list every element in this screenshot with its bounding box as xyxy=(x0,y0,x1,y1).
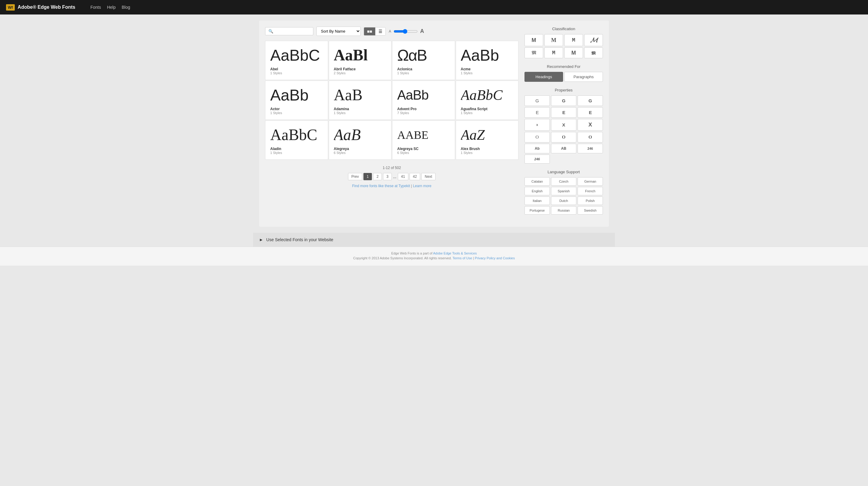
prop-btn-o-low[interactable]: O xyxy=(525,132,550,142)
class-btn-blackletter[interactable]: 𝔐 xyxy=(525,48,543,58)
lang-polish[interactable]: Polish xyxy=(578,197,603,205)
expand-icon: ► xyxy=(259,237,263,242)
prop-btn-g-bold[interactable]: G xyxy=(578,95,603,106)
lang-czech[interactable]: Czech xyxy=(551,177,576,185)
prop-btn-g-normal[interactable]: G xyxy=(551,95,576,106)
classification-section: Classification M M M 𝓜 𝔐 M M 𝕸 xyxy=(525,27,603,58)
class-btn-slab[interactable]: M xyxy=(564,34,583,46)
page-42-button[interactable]: 42 xyxy=(409,173,420,180)
lang-french[interactable]: French xyxy=(578,187,603,195)
font-preview: AaB xyxy=(334,86,386,105)
lang-english[interactable]: English xyxy=(525,187,550,195)
font-name: Abel xyxy=(270,67,323,71)
lang-catalan[interactable]: Catalan xyxy=(525,177,550,185)
font-card-alexbrush[interactable]: AaZ Alex Brush 1 Styles xyxy=(456,120,519,160)
page-1-button[interactable]: 1 xyxy=(364,173,372,180)
use-fonts-bar[interactable]: ► Use Selected Fonts in your Website xyxy=(253,233,615,247)
font-styles: 1 Styles xyxy=(397,71,450,75)
prop-btn-x-small[interactable]: x xyxy=(525,119,550,131)
font-name: Aclonica xyxy=(397,67,450,71)
main-wrapper: 🔍 Sort By Name Sort By Popularity ■■ ☰ A… xyxy=(253,15,615,233)
lang-swedish[interactable]: Swedish xyxy=(578,206,603,215)
prop-btn-all-caps[interactable]: AB xyxy=(551,144,576,153)
font-preview: AaBbC xyxy=(270,46,323,65)
nav-blog[interactable]: Blog xyxy=(122,5,130,10)
list-view-button[interactable]: ☰ xyxy=(375,27,385,35)
size-slider[interactable] xyxy=(394,29,418,34)
lang-spanish[interactable]: Spanish xyxy=(551,187,576,195)
properties-section: Properties G G G E E E x X X O O O Ab AB xyxy=(525,88,603,164)
prop-btn-num1[interactable]: 246 xyxy=(578,144,603,153)
grid-view-button[interactable]: ■■ xyxy=(364,27,375,35)
font-name: Alegreya xyxy=(334,147,386,151)
prop-btn-g-light[interactable]: G xyxy=(525,95,550,106)
terms-link[interactable]: Terms of Use xyxy=(453,256,472,260)
font-preview: AaZ xyxy=(461,125,514,144)
adobe-edge-link[interactable]: Adobe Edge Tools & Services xyxy=(433,252,477,255)
font-card-aladin[interactable]: AaBbC Aladin 1 Styles xyxy=(265,120,328,160)
font-styles: 1 Styles xyxy=(461,111,514,115)
recommended-section: Recommended For Headings Paragraphs xyxy=(525,64,603,82)
font-card-aclonica[interactable]: ΩαB Aclonica 1 Styles xyxy=(392,41,455,80)
font-name: Adamina xyxy=(334,107,386,111)
font-card-abel[interactable]: AaBbC Abel 1 Styles xyxy=(265,41,328,80)
class-btn-mono[interactable]: M xyxy=(545,48,563,58)
font-card-alegreya[interactable]: AaB Alegreya 6 Styles xyxy=(329,120,392,160)
class-btn-script[interactable]: 𝓜 xyxy=(584,34,603,46)
paragraphs-button[interactable]: Paragraphs xyxy=(564,72,603,82)
nav-fonts[interactable]: Fonts xyxy=(91,5,101,10)
learn-more-link[interactable]: Learn more xyxy=(413,184,431,188)
lang-italian[interactable]: Italian xyxy=(525,197,550,205)
font-card-advent[interactable]: AaBb Advent Pro 7 Styles xyxy=(392,81,455,120)
prop-btn-x-large[interactable]: X xyxy=(578,119,603,131)
font-card-actor[interactable]: AaBb Actor 1 Styles xyxy=(265,81,328,120)
class-btn-sans[interactable]: M xyxy=(525,34,543,46)
pagination-links: Find more fonts like these at Typekit | … xyxy=(265,184,519,188)
font-card-abril[interactable]: AaBl Abril Fatface 2 Styles xyxy=(329,41,392,80)
font-card-aguafina[interactable]: AaBbC Aguafina Script 1 Styles xyxy=(456,81,519,120)
view-toggle: ■■ ☰ xyxy=(364,27,386,36)
recommended-title: Recommended For xyxy=(525,64,603,69)
prop-btn-x-mid[interactable]: X xyxy=(551,119,576,131)
lang-portugese[interactable]: Portugese xyxy=(525,206,550,215)
page-2-button[interactable]: 2 xyxy=(373,173,382,180)
prop-btn-e-condensed-light[interactable]: E xyxy=(525,107,550,118)
prop-btn-mixed-case[interactable]: Ab xyxy=(525,144,550,153)
prop-btn-o-mid[interactable]: O xyxy=(551,132,576,142)
page-3-button[interactable]: 3 xyxy=(383,173,392,180)
prop-btn-e-condensed-bold[interactable]: E xyxy=(578,107,603,118)
font-card-acme[interactable]: AaBb Acme 1 Styles xyxy=(456,41,519,80)
prop-btn-e-condensed[interactable]: E xyxy=(551,107,576,118)
font-card-alegreyasc[interactable]: AaBe Alegreya SC 6 Styles xyxy=(392,120,455,160)
pagination: 1-12 of 502 Prev 1 2 3 ... 41 42 Next Fi… xyxy=(265,166,519,188)
font-grid: AaBbC Abel 1 Styles AaBl Abril Fatface 2… xyxy=(265,41,519,160)
page-41-button[interactable]: 41 xyxy=(398,173,408,180)
nav-help[interactable]: Help xyxy=(107,5,116,10)
headings-button[interactable]: Headings xyxy=(525,72,563,82)
privacy-link[interactable]: Privacy Policy and Cookies xyxy=(475,256,515,260)
right-panel: Classification M M M 𝓜 𝔐 M M 𝕸 Recommend… xyxy=(525,27,603,221)
typekit-link[interactable]: Find more fonts like these at Typekit xyxy=(352,184,410,188)
prop-btn-o-high[interactable]: O xyxy=(578,132,603,142)
class-btn-decorative[interactable]: 𝕸 xyxy=(584,48,603,58)
class-btn-serif[interactable]: M xyxy=(545,34,563,46)
search-input[interactable] xyxy=(275,29,310,33)
pagination-count: 1-12 of 502 xyxy=(265,166,519,170)
logo: Wf Adobe® Edge Web Fonts xyxy=(6,4,75,10)
lang-german[interactable]: German xyxy=(578,177,603,185)
lang-russian[interactable]: Russian xyxy=(551,206,576,215)
sort-select[interactable]: Sort By Name Sort By Popularity xyxy=(316,27,361,36)
content-area: 🔍 Sort By Name Sort By Popularity ■■ ☰ A… xyxy=(259,21,609,227)
class-btn-display[interactable]: M xyxy=(564,48,583,58)
lang-dutch[interactable]: Dutch xyxy=(551,197,576,205)
page-ellipsis: ... xyxy=(393,174,397,179)
font-styles: 1 Styles xyxy=(270,111,323,115)
prev-button[interactable]: Prev xyxy=(348,173,362,180)
search-box[interactable]: 🔍 xyxy=(265,27,313,35)
font-name: Aguafina Script xyxy=(461,107,514,111)
font-preview: AaBb xyxy=(461,46,514,65)
font-card-adamina[interactable]: AaB Adamina 1 Styles xyxy=(329,81,392,120)
language-grid: Catalan Czech German English Spanish Fre… xyxy=(525,177,603,215)
prop-btn-num2[interactable]: 246 xyxy=(525,154,550,164)
next-button[interactable]: Next xyxy=(421,173,435,180)
